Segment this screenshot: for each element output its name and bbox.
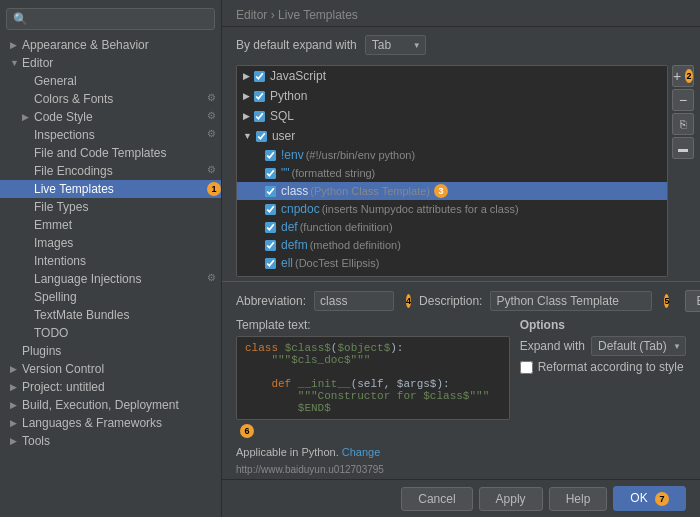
change-link[interactable]: Change <box>342 446 381 458</box>
sidebar-item-language-injections[interactable]: Language Injections ⚙ <box>0 270 221 288</box>
group-check-user[interactable] <box>256 131 267 142</box>
sidebar-item-emmet[interactable]: Emmet <box>0 216 221 234</box>
sidebar-item-label: TODO <box>34 326 221 340</box>
template-group-header-user[interactable]: ▼ user <box>237 126 667 146</box>
sidebar-item-label: Colors & Fonts <box>34 92 205 106</box>
item-desc: (inserts Numpydoc attributes for a class… <box>322 203 519 215</box>
arrow-icon <box>22 148 34 158</box>
add-badge: 2 <box>685 69 693 83</box>
remove-button[interactable]: − <box>672 89 694 111</box>
template-item-enc[interactable]: enc (encoding header) <box>237 272 667 277</box>
sidebar-item-file-types[interactable]: File Types <box>0 198 221 216</box>
panel-title-text: Live Templates <box>278 8 358 22</box>
group-name: JavaScript <box>270 69 326 83</box>
item-check-fmtstr[interactable] <box>265 168 276 179</box>
reformat-checkbox[interactable] <box>520 361 533 374</box>
sidebar-item-textmate-bundles[interactable]: TextMate Bundles <box>0 306 221 324</box>
options-expand-select[interactable]: Default (Tab) Tab Enter Space <box>591 336 686 356</box>
template-item-defm[interactable]: defm (method definition) <box>237 236 667 254</box>
panel-title: Editor › Live Templates <box>222 0 700 27</box>
item-desc: (function definition) <box>300 221 393 233</box>
abbreviation-input[interactable] <box>314 291 394 311</box>
description-input[interactable] <box>490 291 652 311</box>
sidebar-item-label: Build, Execution, Deployment <box>22 398 221 412</box>
item-desc: (DocTest Ellipsis) <box>295 257 379 269</box>
sidebar-item-colors-fonts[interactable]: Colors & Fonts ⚙ <box>0 90 221 108</box>
template-item-cnpdoc[interactable]: cnpdoc (inserts Numpydoc attributes for … <box>237 200 667 218</box>
template-text-label: Template text: <box>236 318 502 332</box>
add-button[interactable]: +2 <box>672 65 694 87</box>
apply-button[interactable]: Apply <box>479 487 543 511</box>
code-area[interactable]: class $class$($object$): """$cls_doc$"""… <box>236 336 510 420</box>
item-name: ell <box>281 256 293 270</box>
sidebar-item-label: File Encodings <box>34 164 205 178</box>
item-check-class[interactable] <box>265 186 276 197</box>
gear-icon: ⚙ <box>207 92 221 106</box>
item-check-ell[interactable] <box>265 258 276 269</box>
move-button[interactable]: ▬ <box>672 137 694 159</box>
cancel-button[interactable]: Cancel <box>401 487 472 511</box>
group-name: Python <box>270 89 307 103</box>
template-item-class[interactable]: class (Python Class Template) 3 <box>237 182 667 200</box>
sidebar-item-images[interactable]: Images <box>0 234 221 252</box>
sidebar-item-spelling[interactable]: Spelling <box>0 288 221 306</box>
sidebar-item-general[interactable]: General <box>0 72 221 90</box>
sidebar-item-file-code-templates[interactable]: File and Code Templates <box>0 144 221 162</box>
item-check-cnpdoc[interactable] <box>265 204 276 215</box>
sidebar-item-label: Inspections <box>34 128 205 142</box>
sidebar-item-file-encodings[interactable]: File Encodings ⚙ <box>0 162 221 180</box>
options-select-wrapper: Default (Tab) Tab Enter Space <box>591 336 686 356</box>
sidebar-item-languages-frameworks[interactable]: ▶ Languages & Frameworks <box>0 414 221 432</box>
arrow-icon: ▶ <box>10 400 22 410</box>
gear-icon: ⚙ <box>207 110 221 124</box>
bottom-section: Abbreviation: 4 Description: 5 Edit vari… <box>222 281 700 479</box>
sidebar-item-project[interactable]: ▶ Project: untitled <box>0 378 221 396</box>
edit-variables-button[interactable]: Edit variables <box>685 290 700 312</box>
gear-icon: ⚙ <box>207 272 221 286</box>
sidebar-item-appearance[interactable]: ▶ Appearance & Behavior <box>0 36 221 54</box>
template-group-header-sql[interactable]: ▶ SQL <box>237 106 667 126</box>
template-group-user: ▼ user !env (#!/usr/bin/env python) <box>237 126 667 277</box>
sidebar-item-label: TextMate Bundles <box>34 308 221 322</box>
sidebar-item-code-style[interactable]: ▶ Code Style ⚙ <box>0 108 221 126</box>
arrow-icon <box>22 310 34 320</box>
template-item-fmtstr[interactable]: "" (formatted string) <box>237 164 667 182</box>
sidebar-item-label: Editor <box>22 56 221 70</box>
template-item-def[interactable]: def (function definition) <box>237 218 667 236</box>
gear-icon: ⚙ <box>207 164 221 178</box>
template-group-header-javascript[interactable]: ▶ JavaScript <box>237 66 667 86</box>
group-check-python[interactable] <box>254 91 265 102</box>
search-input[interactable] <box>6 8 215 30</box>
template-item-ienv[interactable]: !env (#!/usr/bin/env python) <box>237 146 667 164</box>
options-expand-label: Expand with <box>520 339 585 353</box>
sidebar-item-inspections[interactable]: Inspections ⚙ <box>0 126 221 144</box>
panel-body: By default expand with Tab Enter Space ▶ <box>222 27 700 281</box>
group-check-sql[interactable] <box>254 111 265 122</box>
sidebar-item-label: Code Style <box>34 110 205 124</box>
breadcrumb-separator: › <box>271 8 278 22</box>
templates-list: ▶ JavaScript ▶ Python <box>236 65 668 277</box>
sidebar-item-label: Version Control <box>22 362 221 376</box>
reformat-label: Reformat according to style <box>538 360 684 374</box>
item-check-defm[interactable] <box>265 240 276 251</box>
ok-button[interactable]: OK 7 <box>613 486 686 511</box>
help-button[interactable]: Help <box>549 487 608 511</box>
item-check-ienv[interactable] <box>265 150 276 161</box>
options-title: Options <box>520 318 686 332</box>
sidebar-item-live-templates[interactable]: Live Templates 1 <box>0 180 221 198</box>
selected-item-badge: 3 <box>434 184 448 198</box>
item-check-def[interactable] <box>265 222 276 233</box>
item-check-enc[interactable] <box>265 276 276 278</box>
sidebar-item-todo[interactable]: TODO <box>0 324 221 342</box>
copy-button[interactable]: ⎘ <box>672 113 694 135</box>
sidebar-item-tools[interactable]: ▶ Tools <box>0 432 221 450</box>
sidebar-item-editor[interactable]: ▼ Editor <box>0 54 221 72</box>
template-item-ell[interactable]: ell (DocTest Ellipsis) <box>237 254 667 272</box>
sidebar-item-version-control[interactable]: ▶ Version Control <box>0 360 221 378</box>
expand-select[interactable]: Tab Enter Space <box>365 35 426 55</box>
sidebar-item-plugins[interactable]: Plugins <box>0 342 221 360</box>
sidebar-item-intentions[interactable]: Intentions <box>0 252 221 270</box>
sidebar-item-build-execution[interactable]: ▶ Build, Execution, Deployment <box>0 396 221 414</box>
group-check-javascript[interactable] <box>254 71 265 82</box>
template-group-header-python[interactable]: ▶ Python <box>237 86 667 106</box>
